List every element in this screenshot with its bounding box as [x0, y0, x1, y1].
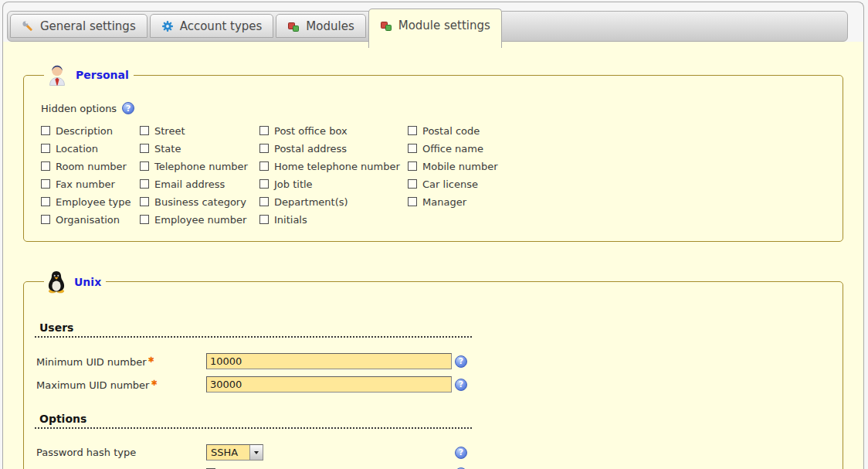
option-checkbox[interactable] [41, 126, 50, 135]
options-section-header: Options [35, 413, 472, 429]
min-uid-input[interactable] [206, 353, 452, 369]
tab-modules[interactable]: Modules [276, 14, 365, 38]
password-hash-row: Password hash type SSHA ? [36, 444, 832, 461]
checkbox-option: Employee number [140, 214, 259, 225]
hidden-options-row: Hidden options ? [41, 102, 832, 114]
field-label-text: Minimum UID number [36, 356, 147, 368]
min-uid-row: Minimum UID number✱ ? [36, 353, 832, 369]
option-label: Business category [154, 196, 246, 208]
tab-label: Account types [180, 19, 263, 33]
option-checkbox[interactable] [408, 161, 417, 171]
personal-section-title: Personal [76, 69, 129, 81]
tab-module-settings[interactable]: Module settings [368, 8, 502, 48]
option-checkbox[interactable] [259, 179, 269, 189]
option-checkbox[interactable] [41, 161, 50, 171]
tab-label: General settings [40, 19, 136, 33]
help-icon[interactable]: ? [122, 102, 134, 114]
tab-account-types[interactable]: Account types [150, 14, 274, 38]
checkbox-option: Office name [408, 143, 498, 154]
option-label: Employee number [154, 214, 246, 226]
option-checkbox[interactable] [140, 179, 149, 189]
checkbox-option: Car license [408, 178, 498, 189]
option-checkbox[interactable] [408, 179, 417, 189]
option-label: Employee type [56, 196, 131, 208]
checkbox-option: State [140, 143, 259, 154]
max-uid-label: Maximum UID number✱ [36, 379, 206, 391]
help-icon[interactable]: ? [455, 379, 467, 391]
checkbox-option: Description [41, 125, 140, 136]
checkbox-option: Postal code [408, 125, 498, 136]
option-checkbox[interactable] [41, 179, 50, 189]
hidden-options-label: Hidden options [41, 103, 117, 114]
gear-icon [161, 20, 174, 32]
option-checkbox[interactable] [41, 144, 50, 153]
option-label: Organisation [56, 214, 120, 226]
options-column: Description Location Room number Fax num… [41, 125, 140, 232]
option-label: Job title [274, 178, 313, 190]
option-label: Initials [274, 214, 307, 226]
tab-general-settings[interactable]: General settings [10, 14, 147, 38]
option-checkbox[interactable] [259, 161, 269, 171]
checkbox-option: Location [41, 143, 140, 154]
required-marker: ✱ [151, 379, 157, 387]
option-checkbox[interactable] [408, 126, 417, 135]
checkbox-option: Home telephone number [259, 161, 408, 172]
module-settings-panel: Personal Hidden options ? Description Lo… [3, 42, 863, 469]
option-checkbox[interactable] [259, 215, 269, 224]
password-hash-field-cell: SSHA [206, 444, 455, 461]
personal-section-legend: Personal [44, 63, 134, 87]
option-checkbox[interactable] [41, 197, 50, 206]
checkbox-option: Postal address [259, 143, 408, 154]
min-uid-label: Minimum UID number✱ [36, 355, 206, 368]
checkbox-option: Street [140, 125, 259, 136]
password-hash-label: Password hash type [36, 447, 206, 458]
option-checkbox[interactable] [140, 161, 149, 171]
min-uid-field-cell [206, 353, 455, 369]
option-checkbox[interactable] [259, 126, 269, 135]
option-label: Postal address [274, 143, 347, 155]
help-icon[interactable]: ? [455, 447, 467, 459]
option-checkbox[interactable] [140, 144, 149, 153]
field-label-text: Maximum UID number [36, 379, 149, 391]
option-checkbox[interactable] [140, 197, 149, 206]
selected-value: SSHA [207, 445, 249, 460]
max-uid-input[interactable] [206, 376, 452, 393]
person-icon [46, 63, 69, 87]
option-checkbox[interactable] [408, 144, 417, 153]
help-icon[interactable]: ? [455, 355, 467, 368]
option-checkbox[interactable] [140, 126, 149, 135]
option-checkbox[interactable] [259, 197, 269, 206]
dropdown-button [249, 445, 263, 460]
option-label: Home telephone number [274, 161, 400, 172]
option-checkbox[interactable] [408, 197, 417, 206]
password-hash-select[interactable]: SSHA [206, 444, 263, 461]
checkbox-option: Business category [140, 196, 259, 207]
options-column: Post office box Postal address Home tele… [259, 125, 408, 232]
checkbox-option: Email address [140, 178, 259, 189]
option-label: Car license [422, 178, 478, 190]
checkbox-option: Job title [259, 178, 408, 189]
option-label: Post office box [274, 125, 348, 137]
checkbox-option: Department(s) [259, 196, 408, 207]
personal-module-section: Personal Hidden options ? Description Lo… [23, 63, 843, 242]
option-label: Description [56, 125, 113, 137]
option-label: Street [154, 125, 185, 137]
option-checkbox[interactable] [259, 144, 269, 153]
option-checkbox[interactable] [140, 215, 149, 224]
modules-blocks-icon [380, 19, 392, 32]
option-label: State [154, 143, 181, 155]
chevron-down-icon [254, 451, 259, 454]
options-column: Street State Telephone number Email addr… [140, 125, 259, 232]
checkbox-option: Organisation [41, 214, 140, 225]
option-label: Telephone number [154, 161, 248, 172]
checkbox-option: Mobile number [408, 161, 498, 172]
unix-module-section: Unix Users Minimum UID number✱ ? Maximum… [23, 270, 843, 469]
option-checkbox[interactable] [41, 215, 50, 224]
option-label: Email address [154, 178, 225, 190]
unix-section-legend: Unix [44, 270, 106, 294]
tab-label: Module settings [398, 19, 490, 32]
checkbox-option: Telephone number [140, 161, 259, 172]
hidden-options-grid: Description Location Room number Fax num… [41, 125, 832, 232]
users-section-header: Users [35, 321, 472, 338]
required-marker: ✱ [148, 355, 154, 364]
